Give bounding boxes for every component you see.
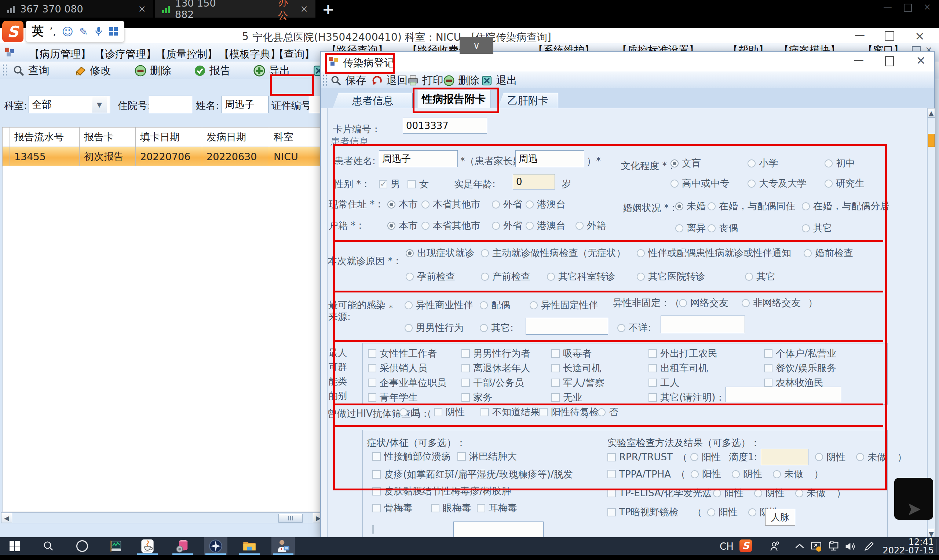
browser-tab[interactable]: 367 370 080 × [0,0,153,18]
tab-std-report-card[interactable]: 性病报告附卡 [417,90,490,108]
checkbox-option[interactable]: TP-ELISA/化学发光法 [607,487,698,500]
dialog-close-button[interactable]: × [916,53,926,67]
emoji-icon[interactable]: ☺ [62,25,73,38]
radio-option[interactable]: 阳性 [690,451,721,464]
modify-button[interactable]: 修改 [74,63,111,78]
pen-icon[interactable]: ✎ [79,26,88,38]
titer-input[interactable] [761,449,808,465]
new-tab-button[interactable]: + [322,1,335,18]
radio-option[interactable]: 大专及大学 [748,177,825,190]
browser-minimize-button[interactable]: — [883,2,892,12]
browser-tab[interactable]: 130 150 882 办公 × [155,0,315,18]
sogou-logo-icon[interactable]: S [2,21,23,42]
checkbox-option[interactable]: 无业 [551,391,649,404]
print-button[interactable]: 打印 [407,73,444,88]
radio-option[interactable]: 否 [598,406,618,418]
tray-clock[interactable]: 12:41 2022-07-15 [880,538,934,555]
checkbox-option[interactable]: 外出打工农民 [649,347,764,360]
checkbox-option[interactable]: RPR/TRUST [607,452,678,463]
browser-maximize-button[interactable] [904,4,912,12]
cortana-button[interactable] [71,537,94,555]
checkbox-option[interactable]: 皮疹(如掌跖红斑/扁平湿疣/玫瑰糠疹等)/脱发 [372,468,573,481]
checkbox-option[interactable]: 女性性工作者 [368,347,461,360]
radio-option[interactable]: 阴性 [815,451,856,464]
radio-option[interactable]: 本市 [387,198,421,211]
menu-item-diagnosis[interactable]: 【诊疗管理】 [95,47,156,61]
sogou-grid-icon[interactable] [109,27,118,36]
radio-option[interactable]: 孕前检查 [406,270,481,283]
microphone-icon[interactable] [94,26,103,37]
dialog-maximize-button[interactable] [885,56,894,66]
checkbox-option[interactable]: 眼梅毒 [431,502,477,515]
source-other-input[interactable] [526,318,608,335]
checkbox-option[interactable]: 家务 [461,391,551,404]
col-fill-date[interactable]: 填卡日期 [136,128,202,147]
menu-item-medical-records[interactable]: 【病历管理】 [29,47,91,61]
radio-option[interactable]: 未做 [856,451,897,464]
checkbox-option[interactable]: TPPA/TPHA [607,469,676,480]
checkbox-option[interactable]: 耳梅毒 [477,502,517,515]
guardian-name-input[interactable]: 周迅 [515,150,584,167]
radio-option[interactable]: 初中 [825,157,902,170]
close-icon[interactable]: × [138,3,146,14]
radio-option[interactable]: 离异 [675,222,708,235]
checkbox-option[interactable]: TP暗视野镜检 [607,506,692,518]
tray-speaker-icon[interactable] [843,540,856,553]
radio-option[interactable]: 异性商业性伴 [405,299,480,312]
vertical-scrollbar[interactable]: ▲ ▼ [927,108,935,539]
checkbox-icon[interactable] [372,525,374,534]
tray-language-indicator[interactable]: CH [720,541,734,552]
checkbox-option[interactable]: 女 [407,178,429,191]
radio-option[interactable]: 港澳台 [526,219,575,232]
radio-option[interactable]: 阴性 [732,468,773,480]
radio-option[interactable]: 是 [399,406,420,418]
show-desktop-divider[interactable] [936,539,936,554]
checkbox-option[interactable]: 企事业单位职员 [368,376,461,389]
radio-option[interactable]: 其它 [745,270,776,283]
tab-hepb-card[interactable]: 乙肝附卡 [498,93,558,108]
taskbar-search-button[interactable] [37,537,60,555]
app-maximize-button[interactable] [885,31,894,41]
radio-option[interactable]: 港澳台 [526,198,575,211]
radio-option[interactable]: 其它科室转诊 [547,270,637,283]
delete-button[interactable]: 删除 [443,73,480,88]
age-input[interactable]: 0 [513,174,555,189]
scroll-left-arrow[interactable]: ◀ [1,513,12,523]
radio-option[interactable]: 阳性 [707,506,748,518]
taskbar-file-explorer[interactable] [238,537,261,555]
radio-option[interactable]: 主动就诊做性病检查（无症状） [481,247,637,260]
checkbox-option[interactable]: 男男性行为者 [461,347,551,360]
menu-item-template-dict[interactable]: 【模板字典】 [219,47,281,61]
radio-option[interactable]: 本省其他市 [421,198,492,211]
horizontal-scrollbar[interactable]: ◀ ▶ [1,512,324,523]
checkbox-option[interactable]: 男 [379,178,407,191]
radio-option[interactable]: 未婚 [675,200,708,212]
radio-option[interactable]: 小学 [748,157,825,170]
radio-option[interactable]: 婚前检查 [804,247,853,260]
partial-bottom-input[interactable] [453,522,544,538]
radio-option[interactable]: 本省其他市 [421,219,492,232]
radio-option[interactable]: 其它 [802,222,832,235]
scroll-up-arrow[interactable]: ▲ [928,108,935,118]
checkbox-option[interactable]: 青年学生 [368,391,461,404]
save-button[interactable]: 保存 [330,73,367,88]
radio-option[interactable]: 其它: [480,322,513,334]
start-button[interactable] [3,537,26,555]
tray-sogou-icon[interactable]: S [740,540,752,552]
radio-option[interactable]: 异性固定性伴 [530,299,598,312]
radio-option[interactable]: 丧偶 [708,222,802,235]
taskbar-app-compass[interactable] [204,537,227,555]
inpatient-no-input[interactable] [149,95,192,113]
radio-option[interactable]: 阳性 [713,487,754,500]
checkbox-option[interactable]: 采供销人员 [368,362,461,375]
export-button[interactable]: 导出 [253,63,290,78]
return-button[interactable]: 退回 [371,73,407,88]
checkbox-option[interactable]: 吸毒者 [551,347,649,360]
radio-option[interactable]: 高中或中专 [671,177,748,190]
menu-item-quality-control[interactable]: 【质量控制】 [156,47,217,61]
tray-cast-icon[interactable] [810,540,822,553]
app-close-button[interactable]: × [915,29,925,43]
app-minimize-button[interactable]: — [855,29,865,41]
checkbox-option[interactable]: 出租车司机 [649,362,764,375]
radio-option[interactable]: 不详: [617,322,651,334]
